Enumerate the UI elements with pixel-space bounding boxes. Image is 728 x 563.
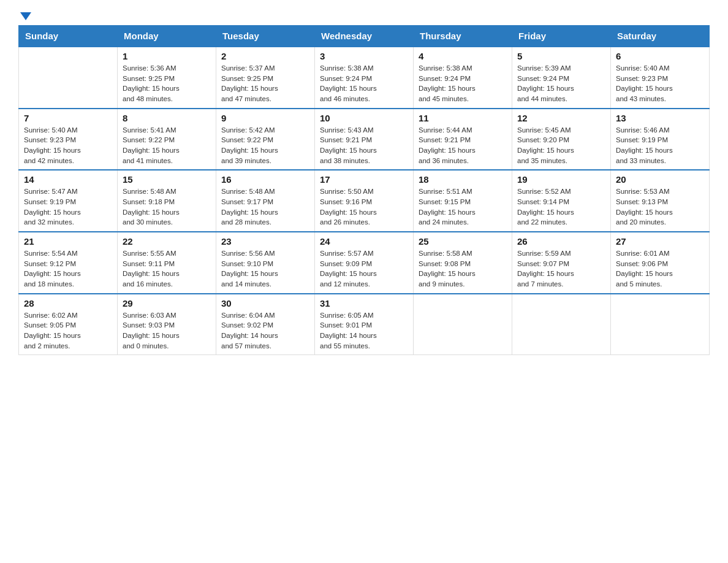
day-number: 6	[616, 51, 704, 61]
calendar-day-16: 16Sunrise: 5:48 AMSunset: 9:17 PMDayligh…	[216, 170, 315, 232]
day-info-text: Sunrise: 5:54 AMSunset: 9:12 PMDaylight:…	[24, 248, 112, 289]
calendar-week-row: 21Sunrise: 5:54 AMSunset: 9:12 PMDayligh…	[19, 232, 710, 294]
day-number: 3	[320, 51, 408, 61]
day-info-text: Sunrise: 5:40 AMSunset: 9:23 PMDaylight:…	[24, 125, 112, 166]
calendar-day-27: 27Sunrise: 6:01 AMSunset: 9:06 PMDayligh…	[611, 232, 710, 294]
day-info-text: Sunrise: 5:48 AMSunset: 9:18 PMDaylight:…	[123, 186, 211, 228]
day-info-text: Sunrise: 5:46 AMSunset: 9:19 PMDaylight:…	[616, 125, 704, 166]
day-info-text: Sunrise: 5:45 AMSunset: 9:20 PMDaylight:…	[517, 125, 605, 166]
day-number: 12	[517, 113, 605, 123]
day-number: 5	[517, 51, 605, 61]
weekday-header-saturday: Saturday	[611, 26, 710, 47]
day-info-text: Sunrise: 5:40 AMSunset: 9:23 PMDaylight:…	[616, 63, 704, 104]
day-number: 24	[320, 236, 408, 247]
day-info-text: Sunrise: 5:38 AMSunset: 9:24 PMDaylight:…	[320, 63, 408, 104]
day-number: 14	[24, 174, 112, 185]
day-info-text: Sunrise: 5:48 AMSunset: 9:17 PMDaylight:…	[221, 186, 309, 228]
day-info-text: Sunrise: 5:37 AMSunset: 9:25 PMDaylight:…	[221, 63, 309, 104]
day-info-text: Sunrise: 5:42 AMSunset: 9:22 PMDaylight:…	[221, 125, 309, 166]
day-number: 10	[320, 113, 408, 123]
calendar-day-25: 25Sunrise: 5:58 AMSunset: 9:08 PMDayligh…	[414, 232, 512, 294]
calendar-day-2: 2Sunrise: 5:37 AMSunset: 9:25 PMDaylight…	[216, 47, 315, 109]
calendar-day-12: 12Sunrise: 5:45 AMSunset: 9:20 PMDayligh…	[512, 109, 611, 170]
calendar-day-11: 11Sunrise: 5:44 AMSunset: 9:21 PMDayligh…	[414, 109, 512, 170]
day-info-text: Sunrise: 5:47 AMSunset: 9:19 PMDaylight:…	[24, 186, 112, 228]
calendar-day-8: 8Sunrise: 5:41 AMSunset: 9:22 PMDaylight…	[118, 109, 216, 170]
calendar-day-23: 23Sunrise: 5:56 AMSunset: 9:10 PMDayligh…	[216, 232, 315, 294]
day-info-text: Sunrise: 5:56 AMSunset: 9:10 PMDaylight:…	[221, 248, 309, 289]
calendar-day-29: 29Sunrise: 6:03 AMSunset: 9:03 PMDayligh…	[118, 294, 216, 355]
day-info-text: Sunrise: 6:01 AMSunset: 9:06 PMDaylight:…	[616, 248, 704, 289]
day-info-text: Sunrise: 5:58 AMSunset: 9:08 PMDaylight:…	[419, 248, 507, 289]
day-number: 21	[24, 236, 112, 247]
day-info-text: Sunrise: 6:04 AMSunset: 9:02 PMDaylight:…	[221, 310, 309, 351]
day-info-text: Sunrise: 5:57 AMSunset: 9:09 PMDaylight:…	[320, 248, 408, 289]
day-info-text: Sunrise: 5:44 AMSunset: 9:21 PMDaylight:…	[419, 125, 507, 166]
day-info-text: Sunrise: 5:59 AMSunset: 9:07 PMDaylight:…	[517, 248, 605, 289]
calendar-day-22: 22Sunrise: 5:55 AMSunset: 9:11 PMDayligh…	[118, 232, 216, 294]
day-number: 4	[419, 51, 507, 61]
day-number: 16	[221, 174, 309, 185]
page-header	[18, 12, 710, 19]
calendar-table: SundayMondayTuesdayWednesdayThursdayFrid…	[18, 25, 710, 355]
calendar-day-18: 18Sunrise: 5:51 AMSunset: 9:15 PMDayligh…	[414, 170, 512, 232]
day-number: 11	[419, 113, 507, 123]
calendar-day-30: 30Sunrise: 6:04 AMSunset: 9:02 PMDayligh…	[216, 294, 315, 355]
day-info-text: Sunrise: 5:43 AMSunset: 9:21 PMDaylight:…	[320, 125, 408, 166]
day-number: 31	[320, 298, 408, 308]
day-info-text: Sunrise: 5:41 AMSunset: 9:22 PMDaylight:…	[123, 125, 211, 166]
calendar-empty-cell	[611, 294, 710, 355]
logo	[18, 12, 31, 19]
day-number: 29	[123, 298, 211, 308]
calendar-week-row: 28Sunrise: 6:02 AMSunset: 9:05 PMDayligh…	[19, 294, 710, 355]
calendar-day-9: 9Sunrise: 5:42 AMSunset: 9:22 PMDaylight…	[216, 109, 315, 170]
calendar-day-31: 31Sunrise: 6:05 AMSunset: 9:01 PMDayligh…	[315, 294, 414, 355]
day-number: 30	[221, 298, 309, 308]
day-info-text: Sunrise: 5:52 AMSunset: 9:14 PMDaylight:…	[517, 186, 605, 228]
day-number: 1	[123, 51, 211, 61]
calendar-day-28: 28Sunrise: 6:02 AMSunset: 9:05 PMDayligh…	[19, 294, 118, 355]
weekday-header-row: SundayMondayTuesdayWednesdayThursdayFrid…	[19, 26, 710, 47]
calendar-day-1: 1Sunrise: 5:36 AMSunset: 9:25 PMDaylight…	[118, 47, 216, 109]
calendar-day-10: 10Sunrise: 5:43 AMSunset: 9:21 PMDayligh…	[315, 109, 414, 170]
logo-triangle-icon	[20, 12, 31, 20]
day-number: 28	[24, 298, 112, 308]
weekday-header-wednesday: Wednesday	[315, 26, 414, 47]
calendar-day-21: 21Sunrise: 5:54 AMSunset: 9:12 PMDayligh…	[19, 232, 118, 294]
calendar-day-3: 3Sunrise: 5:38 AMSunset: 9:24 PMDaylight…	[315, 47, 414, 109]
weekday-header-thursday: Thursday	[414, 26, 512, 47]
day-info-text: Sunrise: 6:03 AMSunset: 9:03 PMDaylight:…	[123, 310, 211, 351]
calendar-day-26: 26Sunrise: 5:59 AMSunset: 9:07 PMDayligh…	[512, 232, 611, 294]
calendar-day-24: 24Sunrise: 5:57 AMSunset: 9:09 PMDayligh…	[315, 232, 414, 294]
calendar-day-6: 6Sunrise: 5:40 AMSunset: 9:23 PMDaylight…	[611, 47, 710, 109]
weekday-header-tuesday: Tuesday	[216, 26, 315, 47]
day-number: 25	[419, 236, 507, 247]
day-number: 19	[517, 174, 605, 185]
day-info-text: Sunrise: 5:39 AMSunset: 9:24 PMDaylight:…	[517, 63, 605, 104]
day-number: 13	[616, 113, 704, 123]
day-info-text: Sunrise: 5:51 AMSunset: 9:15 PMDaylight:…	[419, 186, 507, 228]
calendar-day-13: 13Sunrise: 5:46 AMSunset: 9:19 PMDayligh…	[611, 109, 710, 170]
calendar-day-20: 20Sunrise: 5:53 AMSunset: 9:13 PMDayligh…	[611, 170, 710, 232]
day-info-text: Sunrise: 5:38 AMSunset: 9:24 PMDaylight:…	[419, 63, 507, 104]
calendar-day-7: 7Sunrise: 5:40 AMSunset: 9:23 PMDaylight…	[19, 109, 118, 170]
day-number: 18	[419, 174, 507, 185]
calendar-week-row: 1Sunrise: 5:36 AMSunset: 9:25 PMDaylight…	[19, 47, 710, 109]
day-number: 17	[320, 174, 408, 185]
weekday-header-friday: Friday	[512, 26, 611, 47]
day-number: 22	[123, 236, 211, 247]
day-info-text: Sunrise: 6:05 AMSunset: 9:01 PMDaylight:…	[320, 310, 408, 351]
calendar-day-19: 19Sunrise: 5:52 AMSunset: 9:14 PMDayligh…	[512, 170, 611, 232]
day-number: 27	[616, 236, 704, 247]
calendar-week-row: 14Sunrise: 5:47 AMSunset: 9:19 PMDayligh…	[19, 170, 710, 232]
calendar-day-14: 14Sunrise: 5:47 AMSunset: 9:19 PMDayligh…	[19, 170, 118, 232]
day-info-text: Sunrise: 5:50 AMSunset: 9:16 PMDaylight:…	[320, 186, 408, 228]
calendar-day-4: 4Sunrise: 5:38 AMSunset: 9:24 PMDaylight…	[414, 47, 512, 109]
day-info-text: Sunrise: 5:53 AMSunset: 9:13 PMDaylight:…	[616, 186, 704, 228]
calendar-day-5: 5Sunrise: 5:39 AMSunset: 9:24 PMDaylight…	[512, 47, 611, 109]
day-number: 8	[123, 113, 211, 123]
day-number: 26	[517, 236, 605, 247]
weekday-header-sunday: Sunday	[19, 26, 118, 47]
calendar-empty-cell	[19, 47, 118, 109]
calendar-empty-cell	[512, 294, 611, 355]
